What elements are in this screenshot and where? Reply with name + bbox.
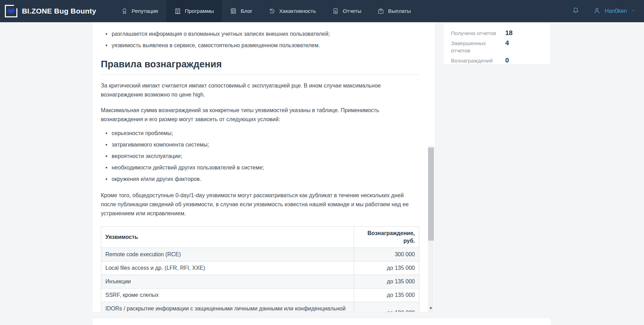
- vulnerability-cell: Remote code execution (RCE): [101, 248, 354, 261]
- paragraph: Кроме того, общедоступные 0-day/1-day уя…: [101, 191, 419, 218]
- top-navbar: BI.ZONE Bug Bounty Репутация Программы Б…: [0, 0, 644, 22]
- chevron-down-icon: [631, 8, 636, 14]
- history-clock-icon: [268, 8, 275, 15]
- vulnerability-cell: Инъекции: [101, 275, 354, 289]
- username: Han0ken: [605, 8, 627, 14]
- column-header-vulnerability: Уязвимость: [101, 227, 354, 248]
- bug-logo-icon: [5, 5, 17, 17]
- stat-label: Завершенных отчетов: [451, 40, 505, 54]
- scrollbar-down-arrow-icon[interactable]: [429, 307, 432, 309]
- stat-row: Завершенных отчетов 4: [451, 39, 543, 54]
- reward-cell: до 135 000: [354, 275, 419, 289]
- next-section-card: [92, 318, 551, 325]
- stat-value: 18: [505, 29, 543, 37]
- intro-bullet-list: разглашается информация о взломанных уче…: [101, 30, 419, 50]
- vulnerability-cell: SSRF, кроме слепых: [101, 289, 354, 302]
- reward-cell: до 100 000: [354, 302, 419, 312]
- reward-cell: 300 000: [354, 248, 419, 261]
- list-item: разглашается информация о взломанных уче…: [101, 30, 419, 38]
- table-row: Инъекции до 135 000: [101, 275, 419, 289]
- inner-scrollbar-thumb[interactable]: [428, 148, 434, 241]
- nav-item-reports[interactable]: Отчеты: [324, 0, 370, 22]
- user-avatar-icon: [593, 7, 601, 16]
- user-menu[interactable]: Han0ken: [593, 7, 636, 16]
- main-area: разглашается информация о взломанных уче…: [0, 22, 644, 325]
- paragraph: Максимальная сумма вознаграждений за кон…: [101, 106, 419, 124]
- list-item: уязвимость выявлена в сервисе, самостоят…: [101, 41, 419, 50]
- inner-scrollbar-track[interactable]: [428, 146, 434, 312]
- reward-cell: до 135 000: [354, 261, 419, 275]
- logo[interactable]: BI.ZONE Bug Bounty: [0, 5, 102, 17]
- table-row: Remote code execution (RCE) 300 000: [101, 248, 419, 261]
- paragraph: За критический импакт считается импакт с…: [101, 81, 419, 99]
- logo-text: BI.ZONE Bug Bounty: [22, 7, 96, 15]
- table-row: SSRF, кроме слепых до 135 000: [101, 289, 419, 302]
- medal-icon: [121, 8, 128, 15]
- vulnerability-cell: Local files access и др. (LFR, RFI, XXE): [101, 261, 354, 275]
- rewards-table: Уязвимость Вознаграждение, руб. Remote c…: [101, 226, 419, 312]
- reward-cell: до 135 000: [354, 289, 419, 302]
- building-icon: [174, 8, 181, 15]
- nav-item-payouts[interactable]: Выплаты: [369, 0, 419, 22]
- stat-row: Получено отчетов 18: [451, 29, 543, 37]
- nav-item-programs[interactable]: Программы: [166, 0, 222, 22]
- main-nav: Репутация Программы Блог Хакактивность О…: [113, 0, 419, 22]
- report-document-icon: [332, 8, 339, 15]
- section-title: Правила вознаграждения: [101, 59, 419, 75]
- program-stats-card: Получено отчетов 18 Завершенных отчетов …: [443, 23, 551, 65]
- nav-item-hacktivity[interactable]: Хакактивность: [260, 0, 324, 22]
- briefcase-check-icon: [377, 8, 384, 15]
- list-item: необходимости действий других пользовате…: [101, 164, 419, 172]
- stat-label: Вознаграждений: [451, 57, 505, 64]
- program-description-card: разглашается информация о взломанных уче…: [92, 22, 435, 312]
- list-item: окружения и/или других факторов.: [101, 175, 419, 183]
- list-item: вероятности эксплуатации;: [101, 152, 419, 160]
- stat-value: 0: [505, 57, 543, 64]
- table-row: Local files access и др. (LFR, RFI, XXE)…: [101, 261, 419, 275]
- list-item: затрагиваемого компонента системы;: [101, 141, 419, 149]
- nav-item-reputation[interactable]: Репутация: [113, 0, 166, 22]
- column-header-reward: Вознаграждение, руб.: [354, 227, 419, 248]
- conditions-bullet-list: серьезности проблемы;затрагиваемого комп…: [101, 129, 419, 183]
- list-item: серьезности проблемы;: [101, 129, 419, 138]
- notifications-bell-icon[interactable]: [572, 7, 580, 16]
- newspaper-icon: [230, 8, 237, 15]
- table-row: IDORs / раскрытие информации с защищенны…: [101, 302, 419, 312]
- nav-item-blog[interactable]: Блог: [222, 0, 260, 22]
- table-header-row: Уязвимость Вознаграждение, руб.: [101, 227, 419, 248]
- stat-value: 4: [505, 39, 543, 47]
- stat-row: Вознаграждений 0: [451, 57, 543, 64]
- stat-label: Получено отчетов: [451, 30, 505, 37]
- navbar-right: Han0ken: [572, 7, 644, 16]
- vulnerability-cell: IDORs / раскрытие информации с защищенны…: [101, 302, 354, 312]
